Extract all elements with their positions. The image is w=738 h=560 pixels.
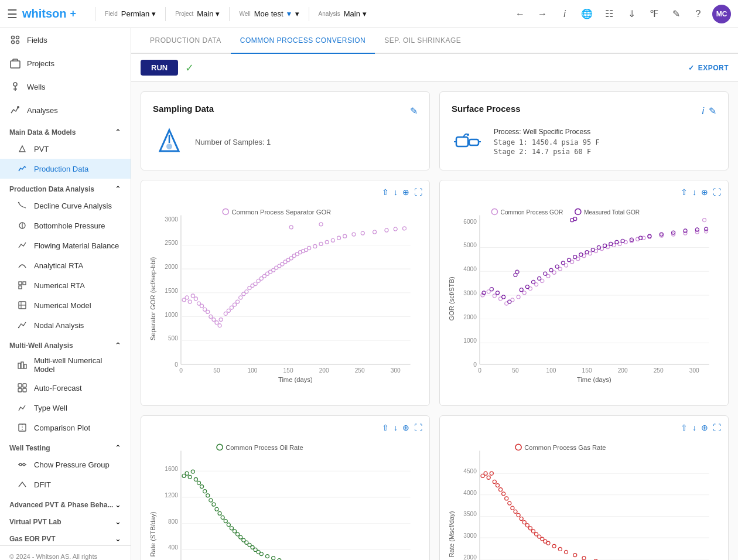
svg-text:100: 100 xyxy=(546,367,556,374)
sidebar-footer: © 2024 - Whitson AS. All rights reserved xyxy=(0,545,131,560)
forward-icon[interactable]: → xyxy=(534,6,551,22)
project-select[interactable]: Main ▾ xyxy=(197,9,220,18)
svg-point-71 xyxy=(194,297,197,301)
chart4-share-icon[interactable]: ⇧ xyxy=(681,423,688,432)
fields-label: Fields xyxy=(27,36,47,45)
svg-rect-19 xyxy=(18,363,20,368)
info-icon[interactable]: i xyxy=(556,6,573,22)
svg-point-78 xyxy=(215,321,218,325)
svg-text:2000: 2000 xyxy=(463,554,477,560)
section-main-data[interactable]: Main Data & Models ⌃ xyxy=(0,122,131,139)
table-icon[interactable]: ☷ xyxy=(601,6,617,22)
auto-forecast-label: Auto-Forecast xyxy=(34,384,82,392)
svg-point-311 xyxy=(508,501,511,505)
chart3-download-icon[interactable]: ↓ xyxy=(394,423,398,432)
back-icon[interactable]: ← xyxy=(512,6,528,22)
chart-gor: ⇧ ↓ ⊕ ⛶ Common Process GOR Measured Tota… xyxy=(439,180,729,406)
sidebar-item-decline-curve[interactable]: Decline Curve Analysis xyxy=(0,196,131,216)
chart1-expand-icon[interactable]: ⛶ xyxy=(414,187,422,197)
sidebar-item-type-well[interactable]: Type Well xyxy=(0,398,131,418)
sidebar-item-numerical-rta[interactable]: Numerical RTA xyxy=(0,275,131,295)
svg-point-75 xyxy=(206,310,210,313)
nodal-analysis-icon xyxy=(16,319,28,331)
svg-point-221 xyxy=(217,444,223,450)
well-select[interactable]: Moe test ▼ ▾ xyxy=(254,9,299,18)
help-icon[interactable]: ? xyxy=(690,6,706,22)
svg-point-84 xyxy=(233,303,236,306)
download-icon[interactable]: ⇓ xyxy=(623,6,640,22)
production-data-icon xyxy=(16,163,28,175)
sidebar-item-dfit[interactable]: DFIT xyxy=(0,474,131,494)
tab-production-data[interactable]: PRODUCTION DATA xyxy=(141,28,231,54)
charts-grid: ⇧ ↓ ⊕ ⛶ Common Process Separator GOR xyxy=(141,180,729,560)
menu-icon[interactable]: ☰ xyxy=(7,7,18,21)
tab-common-process[interactable]: COMMON PROCESS CONVERSION xyxy=(231,28,375,54)
section-prod-analysis[interactable]: Production Data Analysis ⌃ xyxy=(0,179,131,196)
chart1-zoom-icon[interactable]: ⊕ xyxy=(402,187,409,197)
section-multiwell[interactable]: Multi-Well Analysis ⌃ xyxy=(0,335,131,352)
wells-label: Wells xyxy=(27,83,46,91)
sidebar-item-numerical-model[interactable]: Numerical Model xyxy=(0,295,131,315)
surface-stage1-text: Stage 1: 1450.4 psia 95 F xyxy=(494,138,600,146)
svg-point-0 xyxy=(12,36,15,39)
sampling-edit-icon[interactable]: ✎ xyxy=(410,105,418,117)
svg-text:GOR (scf/STB): GOR (scf/STB) xyxy=(448,276,455,320)
svg-text:300: 300 xyxy=(689,367,699,374)
section-advanced-pvt[interactable]: Advanced PVT & Phase Beha... ⌄ xyxy=(0,494,131,511)
globe-icon[interactable]: 🌐 xyxy=(579,6,595,22)
sidebar-item-pvt[interactable]: PVT xyxy=(0,139,131,159)
sidebar-item-auto-forecast[interactable]: Auto-Forecast xyxy=(0,378,131,398)
section-virtual-pvt[interactable]: Virtual PVT Lab ⌄ xyxy=(0,511,131,528)
analysis-select[interactable]: Main ▾ xyxy=(344,9,367,18)
tab-sep-oil[interactable]: SEP. OIL SHRINKAGE xyxy=(375,28,470,54)
chart3-zoom-icon[interactable]: ⊕ xyxy=(402,423,409,432)
sidebar-item-wells[interactable]: Wells xyxy=(0,75,131,98)
chart2-zoom-icon[interactable]: ⊕ xyxy=(701,187,708,197)
field-select[interactable]: Permian ▾ xyxy=(121,9,156,18)
chart4-download-icon[interactable]: ↓ xyxy=(692,423,696,432)
user-avatar[interactable]: MC xyxy=(712,5,731,23)
temperature-icon[interactable]: ℉ xyxy=(645,6,662,22)
section-well-testing[interactable]: Well Testing ⌃ xyxy=(0,438,131,455)
auto-forecast-icon xyxy=(16,382,28,394)
chart2-expand-icon[interactable]: ⛶ xyxy=(713,187,721,197)
sidebar-item-analyses[interactable]: Analyses xyxy=(0,98,131,122)
sidebar-item-bottomhole[interactable]: Bottomhole Pressure xyxy=(0,216,131,235)
chart4-expand-icon[interactable]: ⛶ xyxy=(713,423,721,432)
chart3-expand-icon[interactable]: ⛶ xyxy=(414,423,422,432)
svg-text:50: 50 xyxy=(512,367,519,374)
dfit-icon xyxy=(16,479,28,490)
chart3-share-icon[interactable]: ⇧ xyxy=(382,423,389,432)
sidebar-item-production-data[interactable]: Production Data xyxy=(0,159,131,179)
edit-icon[interactable]: ✎ xyxy=(668,6,684,22)
chart1-share-icon[interactable]: ⇧ xyxy=(382,187,389,197)
analyses-icon xyxy=(9,104,21,116)
sidebar-item-flowing-material[interactable]: Flowing Material Balance xyxy=(0,235,131,255)
svg-point-220 xyxy=(702,218,706,222)
svg-text:2500: 2500 xyxy=(165,240,178,246)
run-button[interactable]: RUN xyxy=(141,60,178,76)
sidebar-item-nodal-analysis[interactable]: Nodal Analysis xyxy=(0,315,131,335)
sidebar-item-comparison-plot[interactable]: Comparison Plot xyxy=(0,418,131,438)
export-button[interactable]: ✓ EXPORT xyxy=(688,64,729,72)
sidebar-item-fields[interactable]: Fields xyxy=(0,28,131,52)
section-gas-eor[interactable]: Gas EOR PVT ⌄ xyxy=(0,528,131,545)
field-group: Field Permian ▾ xyxy=(105,9,156,18)
chart2-share-icon[interactable]: ⇧ xyxy=(681,187,688,197)
surface-edit-icon[interactable]: ✎ xyxy=(709,105,716,117)
svg-point-257 xyxy=(218,511,221,515)
sidebar-item-multiwell-model[interactable]: Multi-well Numerical Model xyxy=(0,352,131,378)
sidebar-item-chow-pressure[interactable]: Chow Pressure Group xyxy=(0,455,131,474)
svg-point-306 xyxy=(493,480,496,483)
chart1-download-icon[interactable]: ↓ xyxy=(394,187,398,197)
chart4-zoom-icon[interactable]: ⊕ xyxy=(701,423,708,432)
svg-point-121 xyxy=(402,227,406,230)
chart2-download-icon[interactable]: ↓ xyxy=(692,187,696,197)
svg-point-73 xyxy=(200,304,204,308)
main-scroll: Sampling Data ✎ xyxy=(131,82,738,560)
section-gas-eor-title: Gas EOR PVT xyxy=(9,535,56,543)
sidebar-item-analytical-rta[interactable]: Analytical RTA xyxy=(0,255,131,275)
svg-point-276 xyxy=(515,444,521,450)
surface-info-icon[interactable]: i xyxy=(702,106,704,117)
sidebar-item-projects[interactable]: Projects xyxy=(0,52,131,75)
